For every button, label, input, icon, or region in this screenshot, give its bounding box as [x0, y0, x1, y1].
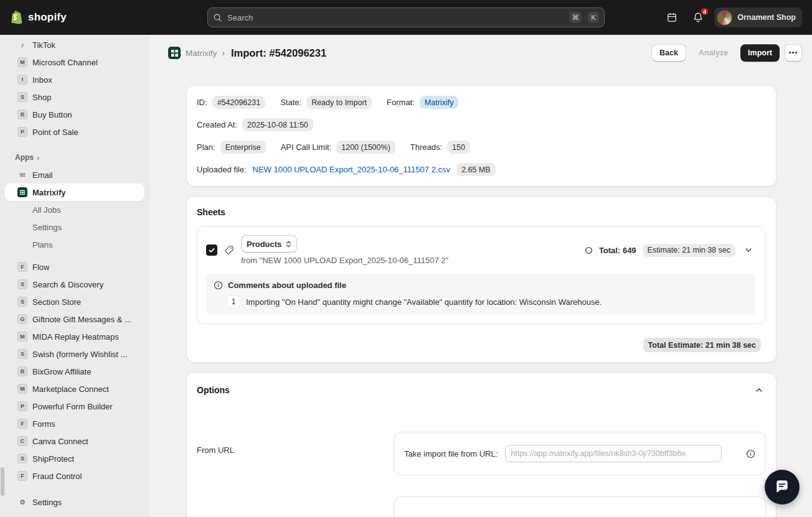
matrixify-app-icon[interactable] — [168, 47, 181, 59]
sidebar-item-tiktok[interactable]: ♪ TikTok — [5, 36, 144, 54]
sidebar-item-mida-replay[interactable]: M MIDA Replay Heatmaps — [5, 328, 144, 345]
plan-group: Plan: Enterprise — [197, 141, 266, 154]
breadcrumb-separator: › — [222, 48, 225, 58]
sidebar-item-bixgrow[interactable]: B BixGrow Affiliate — [5, 363, 144, 380]
search-input[interactable]: Search ⌘ K — [207, 7, 605, 27]
info-icon — [214, 281, 223, 290]
search-icon — [213, 13, 222, 22]
sidebar-item-giftnote[interactable]: G Giftnote Gift Messages & ... — [5, 310, 144, 328]
sidebar-item-flow[interactable]: F Flow — [5, 258, 144, 276]
store-name: Ornament Shop — [737, 13, 796, 22]
sidebar-item-search-discovery[interactable]: S Search & Discovery — [5, 276, 144, 293]
uploaded-file-link[interactable]: NEW 1000 UPLOAD Export_2025-10-06_111507… — [253, 165, 450, 174]
breadcrumb[interactable]: Matrixify — [186, 49, 217, 58]
sheets-card: Sheets Products from "NEW 1000 UPLO — [187, 197, 776, 362]
sidebar-item-inbox[interactable]: I Inbox — [5, 71, 144, 88]
sheet-total: Total: 649 — [599, 246, 636, 255]
chat-launcher-button[interactable] — [765, 470, 800, 505]
analyze-button[interactable]: Analyze — [691, 44, 735, 62]
url-info-icon[interactable] — [746, 449, 755, 459]
chat-bubble-icon — [774, 479, 790, 495]
sidebar-item-swish[interactable]: S Swish (formerly Wishlist ... — [5, 345, 144, 363]
store-menu[interactable]: Ornament Shop — [714, 7, 802, 27]
shop-icon: S — [17, 92, 27, 102]
shopify-logo[interactable]: shopify — [10, 10, 67, 25]
sidebar-item-matrixify-settings[interactable]: Settings — [5, 218, 144, 236]
check-icon — [208, 246, 215, 254]
back-button[interactable]: Back — [651, 44, 686, 62]
uploaded-file-group: Uploaded file: NEW 1000 UPLOAD Export_20… — [197, 163, 496, 176]
import-button[interactable]: Import — [740, 44, 780, 62]
sidebar-item-plans[interactable]: Plans — [5, 236, 144, 253]
sidebar-item-forms[interactable]: F Forms — [5, 415, 144, 432]
created-at-label: Created At: — [197, 120, 237, 129]
forms-icon: F — [17, 419, 27, 429]
marketplace-connect-icon: M — [17, 384, 27, 394]
sidebar-item-buy-button[interactable]: B Buy Button — [5, 106, 144, 123]
mida-replay-icon: M — [17, 332, 27, 342]
section-store-icon: S — [17, 297, 27, 307]
sheet-expand-button[interactable] — [742, 243, 755, 257]
canva-connect-icon: C — [17, 436, 27, 446]
sidebar-item-fraud-control[interactable]: F Fraud Control — [5, 467, 144, 485]
more-actions-button[interactable]: ⋯ — [785, 44, 802, 62]
chevron-up-icon — [755, 386, 763, 394]
sidebar-item-section-store[interactable]: S Section Store — [5, 293, 144, 310]
options-collapse-button[interactable] — [752, 383, 766, 397]
tag-icon — [224, 245, 235, 256]
sidebar-apps-header[interactable]: Apps › — [5, 149, 144, 166]
from-url-label: From URL — [197, 432, 394, 475]
sidebar-item-matrixify[interactable]: ⊞ Matrixify — [5, 184, 144, 201]
format-badge: Matrixify — [420, 96, 459, 109]
bixgrow-icon: B — [17, 366, 27, 376]
plan-badge: Enterprise — [220, 141, 266, 154]
id-badge: #542096231 — [212, 96, 266, 109]
sheet-type-select[interactable]: Products — [241, 235, 297, 253]
from-url-row: From URL Take import file from URL: — [197, 432, 766, 475]
topbar-right: 4 Ornament Shop — [662, 7, 802, 27]
sidebar-item-settings[interactable]: ⚙ Settings — [5, 493, 144, 511]
format-group: Format: Matrixify — [387, 96, 458, 109]
threads-label: Threads: — [410, 142, 442, 152]
matrixify-icon: ⊞ — [17, 187, 27, 197]
import-url-input[interactable] — [505, 445, 722, 462]
format-label: Format: — [387, 98, 415, 107]
email-icon: ✉ — [17, 170, 27, 180]
search-placeholder: Search — [227, 13, 564, 22]
sidebar-item-powerful-form-builder[interactable]: P Powerful Form Builder — [5, 398, 144, 415]
chevron-down-icon — [744, 246, 753, 254]
topbar: shopify Search ⌘ K 4 Ornament Shop — [0, 0, 812, 35]
buy-button-icon: B — [17, 109, 27, 119]
sidebar-item-email[interactable]: ✉ Email — [5, 166, 144, 184]
calendar-icon[interactable] — [662, 7, 682, 27]
sheet-checkbox[interactable] — [206, 245, 217, 256]
threads-group: Threads: 150 — [410, 141, 470, 154]
notifications-bell-icon[interactable]: 4 — [688, 7, 708, 27]
sidebar-item-point-of-sale[interactable]: P Point of Sale — [5, 123, 144, 141]
cmd-key-hint: ⌘ — [570, 12, 582, 23]
notification-count-badge: 4 — [700, 7, 709, 16]
sidebar-item-marketplace-connect[interactable]: M Marketplace Connect — [5, 380, 144, 398]
created-at-badge: 2025-10-08 11:50 — [242, 118, 313, 131]
content-column: ID: #542096231 State: Ready to Import Fo… — [187, 86, 776, 517]
shopify-bag-icon — [10, 10, 24, 25]
state-group: State: Ready to Import — [280, 96, 372, 109]
state-label: State: — [280, 98, 301, 107]
details-card: ID: #542096231 State: Ready to Import Fo… — [187, 86, 776, 186]
total-estimate-badge: Total Estimate: 21 min 38 sec — [643, 338, 761, 352]
fraud-control-icon: F — [17, 471, 27, 481]
store-avatar — [717, 10, 732, 26]
sidebar-item-all-jobs[interactable]: All Jobs — [5, 201, 144, 218]
page-title: Import: #542096231 — [231, 47, 326, 59]
sidebar-item-shipprotect[interactable]: S ShipProtect — [5, 450, 144, 467]
options-card: Options From URL Take import file from U… — [187, 373, 776, 517]
api-limit-group: API Call Limit: 1200 (1500%) — [281, 141, 395, 154]
sidebar-item-microsoft-channel[interactable]: M Microsoft Channel — [5, 54, 144, 71]
sidebar-item-canva-connect[interactable]: C Canva Connect — [5, 432, 144, 450]
sidebar-item-shop[interactable]: S Shop — [5, 88, 144, 106]
state-badge: Ready to Import — [306, 96, 372, 109]
sidebar-scrollbar[interactable] — [1, 467, 4, 496]
uploaded-file-label: Uploaded file: — [197, 165, 247, 174]
chevron-right-icon: › — [37, 153, 39, 162]
page-header: Matrixify › Import: #542096231 Back Anal… — [149, 35, 812, 71]
